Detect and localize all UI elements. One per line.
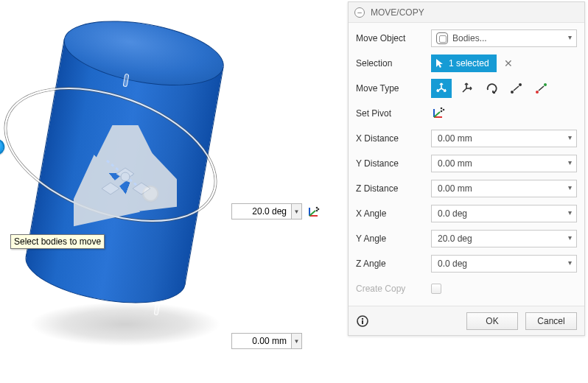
svg-point-15 — [519, 83, 522, 86]
svg-point-17 — [536, 91, 539, 94]
floating-angle-dropdown[interactable]: ▼ — [292, 203, 302, 219]
svg-rect-28 — [362, 320, 363, 324]
z-distance-input[interactable]: 0.00 mm — [431, 180, 577, 197]
y-distance-label: Y Distance — [356, 158, 431, 169]
bodies-icon — [436, 32, 448, 44]
z-angle-label: Z Angle — [356, 259, 431, 269]
floating-distance-dropdown[interactable]: ▼ — [292, 333, 302, 349]
move-type-free-button[interactable] — [431, 79, 452, 98]
svg-point-13 — [316, 210, 318, 212]
selection-count: 1 selected — [449, 58, 489, 68]
svg-point-27 — [362, 317, 363, 319]
create-copy-label: Create Copy — [356, 284, 431, 294]
selection-label: Selection — [356, 58, 431, 68]
svg-line-19 — [539, 86, 544, 91]
create-copy-checkbox[interactable] — [431, 284, 441, 294]
set-pivot-label: Set Pivot — [356, 108, 431, 119]
x-distance-label: X Distance — [356, 133, 431, 144]
z-distance-label: Z Distance — [356, 183, 431, 194]
y-distance-input[interactable]: 0.00 mm — [431, 155, 577, 172]
svg-point-23 — [441, 107, 443, 109]
move-object-dropdown[interactable]: Bodies... — [431, 29, 577, 47]
selection-chip[interactable]: 1 selected — [431, 55, 497, 72]
move-object-label: Move Object — [356, 33, 431, 43]
svg-line-22 — [434, 112, 440, 117]
floating-angle-value[interactable]: 20.0 deg — [231, 203, 292, 219]
svg-line-10 — [309, 211, 315, 216]
svg-point-14 — [511, 91, 514, 94]
move-type-translate-button[interactable] — [456, 79, 477, 98]
edge-marker[interactable] — [10, 197, 21, 211]
panel-title: MOVE/COPY — [371, 7, 424, 18]
z-angle-input[interactable]: 0.0 deg — [431, 255, 577, 273]
svg-point-25 — [441, 110, 443, 112]
rotate-ring-handle-active[interactable] — [0, 136, 7, 157]
x-angle-input[interactable]: 0.0 deg — [431, 205, 577, 222]
floating-distance-input[interactable]: 0.00 mm ▼ — [231, 333, 302, 349]
svg-point-11 — [316, 207, 318, 209]
svg-line-16 — [514, 86, 519, 91]
info-icon[interactable] — [356, 315, 369, 328]
move-type-point-to-position-button[interactable] — [531, 79, 552, 98]
collapse-icon[interactable]: – — [354, 7, 365, 18]
cursor-icon — [435, 58, 444, 68]
svg-point-12 — [318, 208, 320, 211]
move-triad-gizmo[interactable] — [74, 125, 177, 228]
viewport-3d[interactable]: Select bodies to move 20.0 deg ▼ 0.00 mm… — [0, 0, 346, 383]
y-angle-input[interactable]: 20.0 deg — [431, 230, 577, 247]
ok-button[interactable]: OK — [466, 312, 518, 330]
ground-shadow — [29, 302, 221, 346]
x-distance-input[interactable]: 0.00 mm — [431, 130, 577, 147]
svg-point-18 — [544, 83, 547, 86]
x-angle-label: X Angle — [356, 208, 431, 219]
panel-header[interactable]: – MOVE/COPY — [349, 2, 584, 23]
selection-clear-button[interactable]: ✕ — [501, 57, 516, 69]
svg-point-7 — [121, 172, 130, 181]
status-tooltip: Select bodies to move — [10, 234, 105, 249]
floating-distance-value[interactable]: 0.00 mm — [231, 333, 292, 349]
move-type-rotate-button[interactable] — [481, 79, 502, 98]
move-type-label: Move Type — [356, 83, 431, 94]
cancel-button[interactable]: Cancel — [525, 312, 577, 330]
y-angle-label: Y Angle — [356, 233, 431, 244]
set-pivot-icon[interactable] — [307, 204, 321, 219]
move-type-point-to-point-button[interactable] — [506, 79, 527, 98]
move-object-value: Bodies... — [452, 33, 487, 43]
floating-angle-input[interactable]: 20.0 deg ▼ — [231, 203, 321, 219]
svg-point-24 — [443, 108, 445, 110]
move-copy-panel: – MOVE/COPY Move Object Bodies... Select… — [348, 1, 585, 336]
set-pivot-button[interactable] — [431, 105, 446, 122]
edge-marker[interactable] — [217, 144, 229, 158]
